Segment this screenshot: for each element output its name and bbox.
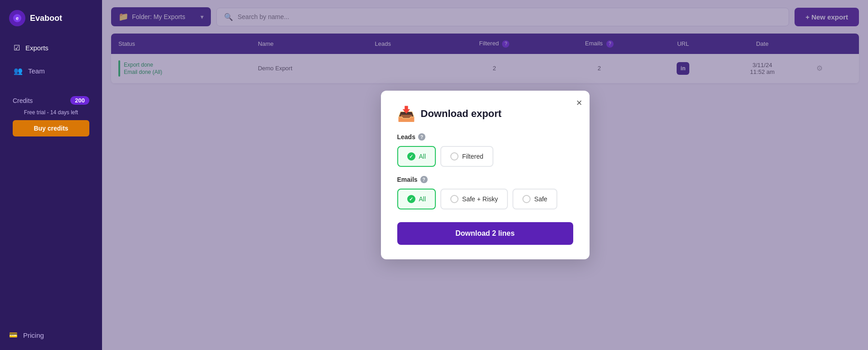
main-content: 📁 Folder: My Exports ▾ 🔍 + New export St… [102, 0, 868, 350]
leads-options: All Filtered [397, 146, 573, 167]
credits-badge: 200 [70, 96, 89, 105]
emails-safe-option[interactable]: Safe [512, 189, 557, 209]
emails-options: All Safe + Risky Safe [397, 189, 573, 209]
leads-section-label: Leads ? [397, 133, 573, 141]
leads-help-icon[interactable]: ? [418, 133, 425, 141]
credits-section: Credits 200 Free trial - 14 days left Bu… [5, 90, 97, 143]
buy-credits-button[interactable]: Buy credits [13, 120, 89, 136]
sidebar-spacer [0, 150, 102, 325]
modal-overlay: × 📥 Download export Leads ? All Filtered [102, 0, 868, 350]
emails-section-label: Emails ? [397, 176, 573, 183]
logo-icon: e [9, 10, 25, 26]
sidebar-item-exports[interactable]: ☑ Exports [5, 37, 98, 58]
svg-text:e: e [16, 15, 19, 21]
sidebar-item-team[interactable]: 👥 Team [5, 60, 98, 82]
download-export-modal: × 📥 Download export Leads ? All Filtered [381, 91, 590, 259]
emails-all-option[interactable]: All [397, 189, 436, 209]
logo-area: e Evaboot [0, 0, 102, 36]
emails-safe-risky-radio [450, 195, 458, 203]
emails-safe-risky-option[interactable]: Safe + Risky [440, 189, 508, 209]
emails-all-radio [407, 195, 415, 203]
leads-filtered-option[interactable]: Filtered [440, 146, 493, 167]
pricing-icon: 💳 [9, 331, 18, 339]
team-icon: 👥 [14, 67, 23, 75]
sidebar-team-label: Team [28, 67, 45, 75]
modal-close-button[interactable]: × [576, 98, 582, 108]
pricing-label: Pricing [23, 331, 44, 339]
leads-all-option[interactable]: All [397, 146, 436, 167]
free-trial-text: Free trial - 14 days left [13, 109, 89, 116]
leads-filtered-radio [450, 152, 458, 160]
sidebar: e Evaboot ☑ Exports 👥 Team Credits 200 F… [0, 0, 102, 350]
download-button[interactable]: Download 2 lines [397, 222, 573, 245]
sidebar-exports-label: Exports [25, 44, 49, 52]
leads-all-radio [407, 152, 415, 160]
modal-emoji-icon: 📥 [397, 105, 415, 122]
emails-help-icon[interactable]: ? [420, 176, 428, 183]
modal-title: Download export [421, 108, 502, 120]
sidebar-item-pricing[interactable]: 💳 Pricing [0, 325, 102, 345]
credits-label: Credits [13, 97, 33, 104]
credits-row: Credits 200 [13, 96, 89, 105]
logo-text: Evaboot [30, 14, 62, 23]
exports-icon: ☑ [14, 44, 20, 52]
modal-header: 📥 Download export [397, 105, 573, 122]
emails-safe-radio [522, 195, 531, 203]
